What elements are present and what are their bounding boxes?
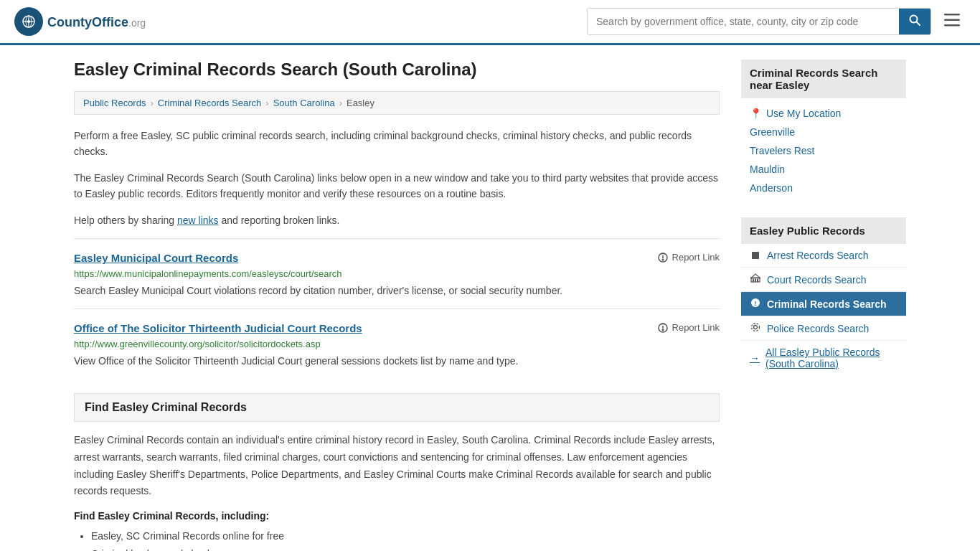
search-input[interactable]: [588, 9, 899, 34]
sidebar: Criminal Records Search near Easley 📍 Us…: [741, 60, 906, 551]
all-records-link[interactable]: → All Easley Public Records (South Carol…: [741, 341, 906, 375]
sidebar-nav-list: Arrest Records Search Court Records Sear…: [741, 244, 906, 341]
nearby-link-2[interactable]: Mauldin: [750, 164, 785, 175]
svg-text:!: !: [755, 300, 757, 307]
svg-rect-23: [755, 279, 756, 282]
svg-point-13: [662, 259, 664, 260]
report-link-0[interactable]: Report Link: [657, 252, 720, 263]
breadcrumb-sep-2: ›: [265, 98, 268, 108]
nearby-link-0[interactable]: Greenville: [750, 126, 795, 138]
svg-rect-24: [757, 279, 758, 282]
sidebar-nearby-section: Criminal Records Search near Easley 📍 Us…: [741, 60, 906, 203]
record-title-0[interactable]: Easley Municipal Court Records: [74, 252, 238, 264]
breadcrumb-south-carolina[interactable]: South Carolina: [273, 98, 335, 108]
record-entry-1: Office of The Solicitor Thirteenth Judic…: [74, 309, 720, 379]
svg-point-28: [752, 324, 760, 331]
header-right: [587, 8, 966, 35]
sidebar-nav-link-1[interactable]: Court Records Search: [741, 268, 906, 292]
find-section-heading: Find Easley Criminal Records: [74, 393, 720, 422]
sidebar-nav-item-1: Court Records Search: [741, 268, 906, 292]
svg-rect-19: [752, 252, 759, 259]
record-url-0: https://www.municipalonlinepayments.com/…: [74, 268, 720, 279]
breadcrumb: Public Records › Criminal Records Search…: [74, 91, 720, 115]
nearby-link-1[interactable]: Travelers Rest: [750, 145, 815, 156]
including-list: Easley, SC Criminal Records online for f…: [74, 527, 720, 551]
nav-label-3: Police Records Search: [767, 323, 869, 334]
report-link-1[interactable]: Report Link: [657, 322, 720, 334]
breadcrumb-public-records[interactable]: Public Records: [83, 98, 146, 108]
record-header-0: Easley Municipal Court Records Report Li…: [74, 252, 720, 264]
breadcrumb-sep-1: ›: [150, 98, 153, 108]
description-1: Perform a free Easley, SC public crimina…: [74, 128, 720, 160]
sidebar-nearby-title: Criminal Records Search near Easley: [741, 60, 906, 98]
breadcrumb-easley: Easley: [347, 98, 374, 108]
including-item-0: Easley, SC Criminal Records online for f…: [91, 527, 720, 545]
description-3: Help others by sharing new links and rep…: [74, 212, 720, 228]
nav-label-1: Court Records Search: [767, 274, 867, 286]
breadcrumb-criminal-records[interactable]: Criminal Records Search: [158, 98, 262, 108]
logo-text: CountyOffice.org: [47, 14, 146, 30]
nearby-locations: GreenvilleTravelers RestMauldinAnderson: [741, 123, 906, 197]
sidebar-nav-link-3[interactable]: Police Records Search: [741, 316, 906, 341]
hamburger-button[interactable]: [938, 9, 966, 34]
desc3-before: Help others by sharing: [74, 215, 177, 226]
site-header: CountyOffice.org: [0, 0, 980, 45]
sidebar-public-records-section: Easley Public Records Arrest Records Sea…: [741, 217, 906, 375]
description-2: The Easley Criminal Records Search (Sout…: [74, 170, 720, 202]
svg-point-5: [27, 20, 30, 23]
record-desc-1: View Office of the Solicitor Thirteenth …: [74, 354, 720, 369]
nav-icon-3: [750, 322, 761, 334]
use-my-location-item: 📍 Use My Location: [741, 104, 906, 123]
nearby-location-2: Mauldin: [741, 160, 906, 179]
page-title: Easley Criminal Records Search (South Ca…: [74, 60, 720, 80]
desc3-after: and reporting broken links.: [219, 215, 340, 226]
svg-point-27: [754, 326, 758, 329]
logo-suffix: .org: [128, 17, 146, 29]
find-section-text: Easley Criminal Records contain an indiv…: [74, 432, 720, 500]
report-link-label-1: Report Link: [672, 322, 720, 333]
report-link-label-0: Report Link: [672, 252, 720, 263]
location-pin-icon: 📍: [750, 108, 762, 119]
use-my-location-link[interactable]: Use My Location: [766, 108, 841, 119]
sidebar-nav-item-3: Police Records Search: [741, 316, 906, 341]
nav-icon-0: [750, 250, 761, 261]
records-container: Easley Municipal Court Records Report Li…: [74, 238, 720, 379]
content-area: Easley Criminal Records Search (South Ca…: [74, 60, 720, 551]
nearby-location-0: Greenville: [741, 123, 906, 141]
svg-rect-22: [753, 279, 754, 282]
sidebar-all-records: → All Easley Public Records (South Carol…: [741, 341, 906, 375]
sidebar-nav-item-2: ! Criminal Records Search: [741, 292, 906, 316]
record-desc-0: Search Easley Municipal Court violations…: [74, 283, 720, 298]
svg-rect-9: [944, 19, 960, 22]
sidebar-nav-link-2[interactable]: ! Criminal Records Search: [741, 292, 906, 316]
svg-rect-8: [944, 14, 960, 16]
record-title-1[interactable]: Office of The Solicitor Thirteenth Judic…: [74, 322, 362, 334]
new-links-link[interactable]: new links: [177, 215, 219, 226]
main-container: Easley Criminal Records Search (South Ca…: [60, 45, 920, 551]
svg-rect-10: [944, 24, 960, 27]
breadcrumb-sep-3: ›: [339, 98, 342, 108]
nav-icon-1: [750, 273, 761, 286]
svg-point-17: [662, 329, 664, 331]
record-entry-0: Easley Municipal Court Records Report Li…: [74, 238, 720, 309]
nav-label-0: Arrest Records Search: [767, 250, 869, 261]
logo-icon: [14, 7, 43, 36]
search-bar: [587, 8, 931, 35]
all-records-label: All Easley Public Records (South Carolin…: [765, 347, 897, 369]
record-header-1: Office of The Solicitor Thirteenth Judic…: [74, 322, 720, 334]
search-button[interactable]: [899, 9, 930, 34]
nav-label-2: Criminal Records Search: [767, 298, 887, 310]
svg-line-7: [917, 22, 920, 26]
nearby-location-1: Travelers Rest: [741, 141, 906, 160]
all-records-arrow-icon: →: [750, 352, 760, 364]
nearby-location-3: Anderson: [741, 179, 906, 197]
nav-icon-2: !: [750, 298, 761, 310]
nearby-link-3[interactable]: Anderson: [750, 182, 793, 194]
logo-area: CountyOffice.org: [14, 7, 146, 36]
including-item-1: Criminal background checks: [91, 545, 720, 551]
sidebar-nav-item-0: Arrest Records Search: [741, 244, 906, 268]
sidebar-public-records-title: Easley Public Records: [741, 217, 906, 244]
including-heading: Find Easley Criminal Records, including:: [74, 510, 720, 522]
record-url-1: http://www.greenvillecounty.org/solicito…: [74, 339, 720, 349]
sidebar-nav-link-0[interactable]: Arrest Records Search: [741, 244, 906, 268]
